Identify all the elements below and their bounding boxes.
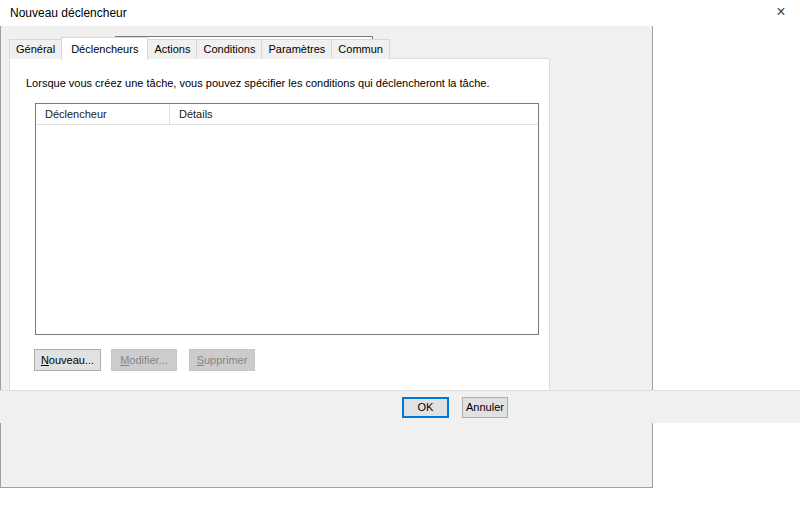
dialog2-footer: OK Annuler [0, 390, 800, 423]
close-icon[interactable]: × [764, 0, 798, 24]
tab-strip: Général Déclencheurs Actions Conditions … [9, 37, 389, 59]
cancel-button[interactable]: Annuler [462, 397, 508, 418]
tab-actions[interactable]: Actions [147, 39, 197, 59]
dialog2-title: Nouveau déclencheur [10, 0, 127, 26]
edit-trigger-button: Modifier... [111, 349, 177, 371]
tab-conditions[interactable]: Conditions [196, 39, 262, 59]
triggers-intro-text: Lorsque vous créez une tâche, vous pouve… [26, 77, 490, 89]
triggers-tab-panel: Lorsque vous créez une tâche, vous pouve… [9, 58, 550, 391]
new-trigger-button[interactable]: Nouveau... [34, 349, 101, 371]
triggers-list[interactable]: Déclencheur Détails [35, 103, 539, 335]
tab-declencheurs[interactable]: Déclencheurs [61, 37, 148, 60]
delete-trigger-button: Supprimer [189, 349, 255, 371]
column-header-declencheur[interactable]: Déclencheur [36, 104, 170, 124]
tab-parametres[interactable]: Paramètres [261, 39, 332, 59]
triggers-list-header: Déclencheur Détails [36, 104, 538, 125]
tab-general[interactable]: Général [9, 39, 62, 59]
tab-commun[interactable]: Commun [331, 39, 390, 59]
dialog2-titlebar: Nouveau déclencheur × [0, 0, 800, 26]
ok-button[interactable]: OK [402, 397, 449, 418]
column-header-details[interactable]: Détails [170, 104, 213, 124]
